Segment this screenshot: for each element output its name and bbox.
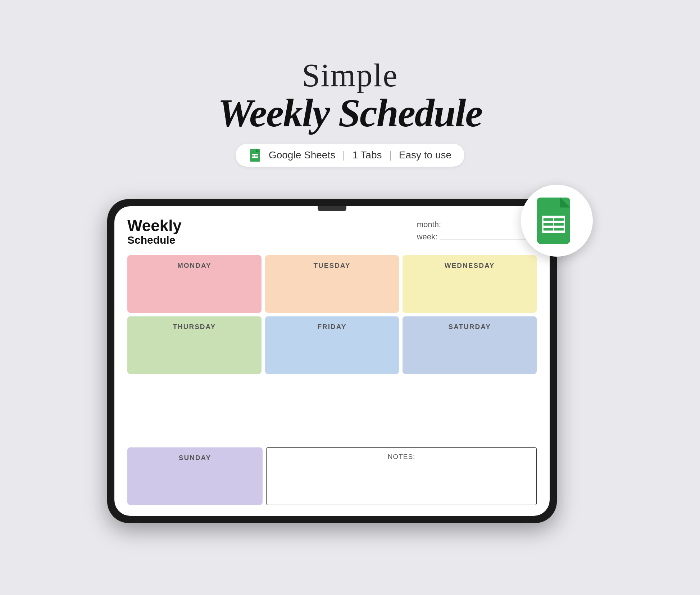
- badge-row: Google Sheets | 1 Tabs | Easy to use: [236, 144, 464, 167]
- day-label-wednesday: WEDNESDAY: [445, 262, 495, 270]
- day-cell-tuesday: TUESDAY: [265, 255, 399, 313]
- day-label-friday: FRIDAY: [318, 323, 347, 331]
- day-cell-wednesday: WEDNESDAY: [403, 255, 537, 313]
- sheet-title-block: Weekly Schedule: [127, 218, 182, 247]
- main-container: Weekly Schedule month: week:: [107, 185, 593, 530]
- day-cell-friday: FRIDAY: [265, 316, 399, 374]
- badge-google-sheets: Google Sheets: [269, 149, 335, 161]
- day-cell-sunday: SUNDAY: [127, 447, 263, 505]
- day-label-monday: MONDAY: [177, 262, 212, 270]
- google-sheets-badge-icon: [249, 149, 262, 162]
- day-cell-thursday: THURSDAY: [127, 316, 262, 374]
- sheet-meta: month: week:: [417, 218, 537, 242]
- svg-rect-1: [250, 149, 260, 162]
- tablet-screen: Weekly Schedule month: week:: [114, 206, 550, 516]
- schedule-grid: MONDAY TUESDAY WEDNESDAY THURSDAY FRIDAY: [127, 255, 537, 444]
- day-label-sunday: SUNDAY: [179, 454, 212, 462]
- sheet-title-weekly: Weekly: [127, 218, 182, 234]
- sheet-header: Weekly Schedule month: week:: [127, 218, 537, 247]
- floating-google-sheets-icon: [521, 185, 593, 257]
- badge-tabs: 1 Tabs: [352, 149, 382, 161]
- title-section: Simple Weekly Schedule: [218, 58, 482, 133]
- svg-rect-2: [252, 154, 258, 155]
- week-field: week:: [417, 232, 537, 242]
- badge-divider-2: |: [389, 149, 391, 161]
- tablet-notch: [318, 206, 346, 211]
- google-sheets-svg: [537, 197, 577, 244]
- badge-easy: Easy to use: [399, 149, 451, 161]
- day-label-tuesday: TUESDAY: [313, 262, 350, 270]
- badge-divider-1: |: [342, 149, 345, 161]
- page-wrapper: Simple Weekly Schedule Google Sheets | 1…: [0, 43, 700, 552]
- day-cell-saturday: SATURDAY: [403, 316, 537, 374]
- notes-cell: NOTES:: [266, 447, 537, 505]
- grid-last-row: SUNDAY NOTES:: [127, 447, 537, 505]
- notes-label: NOTES:: [388, 453, 415, 461]
- day-label-saturday: SATURDAY: [448, 323, 491, 331]
- tablet-device: Weekly Schedule month: week:: [107, 199, 557, 523]
- sheet-title-schedule: Schedule: [127, 234, 182, 247]
- month-field: month:: [417, 220, 537, 229]
- title-weekly-schedule: Weekly Schedule: [218, 93, 482, 133]
- title-simple: Simple: [218, 58, 482, 93]
- sheet-content: Weekly Schedule month: week:: [114, 206, 550, 516]
- svg-rect-4: [252, 157, 258, 158]
- day-label-thursday: THURSDAY: [173, 323, 216, 331]
- svg-rect-3: [252, 156, 258, 157]
- day-cell-monday: MONDAY: [127, 255, 262, 313]
